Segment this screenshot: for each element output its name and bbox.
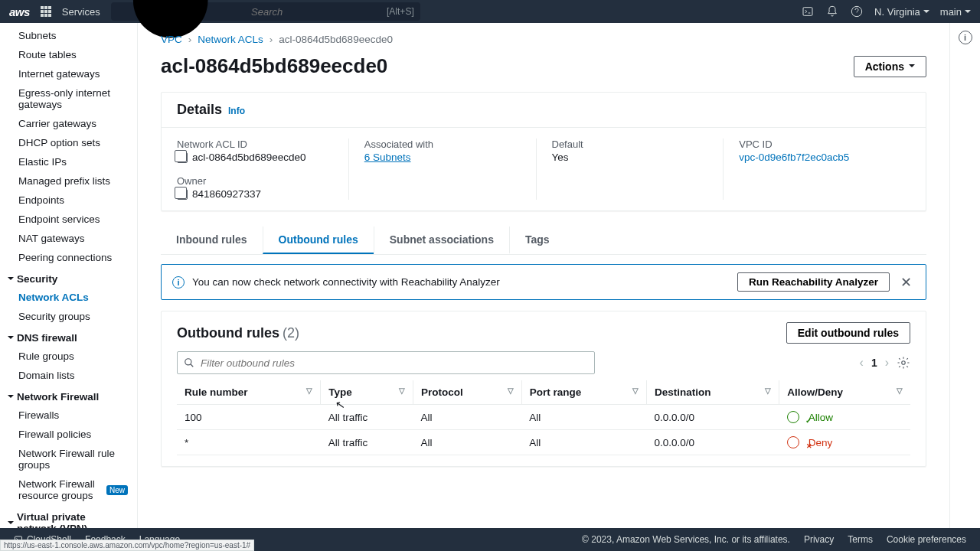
- sidebar-section-security[interactable]: Security: [0, 267, 137, 288]
- cloudshell-icon[interactable]: [801, 5, 815, 18]
- footer-cookie[interactable]: Cookie preferences: [887, 534, 966, 545]
- chevron-right-icon: ›: [270, 34, 273, 45]
- col-port-range[interactable]: Port range▽: [521, 380, 646, 405]
- tab-outbound[interactable]: Outbound rules: [263, 227, 374, 254]
- assoc-value[interactable]: 6 Subnets: [364, 152, 521, 163]
- sidebar-item-endpoints[interactable]: Endpoints: [0, 191, 137, 210]
- pagination: ‹ 1 ›: [860, 356, 910, 370]
- new-badge: New: [106, 485, 128, 495]
- sidebar-item-nat-gw[interactable]: NAT gateways: [0, 229, 137, 248]
- rules-count: (2): [283, 325, 299, 341]
- col-rule-number[interactable]: Rule number▽: [177, 380, 321, 405]
- owner-value: 841860927337: [192, 188, 261, 200]
- sidebar-item-security-groups[interactable]: Security groups: [0, 307, 137, 326]
- sidebar-item-netfw-rule-groups[interactable]: Network Firewall rule groups: [0, 444, 137, 474]
- sidebar-section-vpn[interactable]: Virtual private network (VPN): [0, 505, 137, 528]
- services-link[interactable]: Services: [62, 6, 100, 18]
- status-bar-url: https://us-east-1.console.aws.amazon.com…: [0, 540, 254, 551]
- tabs: Inbound rules Outbound rules Subnet asso…: [161, 227, 926, 255]
- search-input-wrap[interactable]: [Alt+S]: [111, 2, 420, 21]
- rules-table: Rule number▽ Type▽ Protocol▽ Port range▽…: [177, 380, 910, 455]
- assoc-label: Associated with: [364, 139, 521, 150]
- page-title: acl-0864d5bd689eecde0: [161, 54, 387, 78]
- notifications-icon[interactable]: [825, 5, 839, 18]
- footer-copyright: © 2023, Amazon Web Services, Inc. or its…: [582, 534, 790, 545]
- services-grid-icon[interactable]: [41, 6, 51, 17]
- info-panel-icon[interactable]: i: [959, 31, 972, 44]
- sidebar-item-prefix-lists[interactable]: Managed prefix lists: [0, 171, 137, 191]
- caret-down-icon: [8, 336, 14, 342]
- pager-prev-icon[interactable]: ‹: [860, 356, 864, 370]
- col-allow-deny[interactable]: Allow/Deny▽: [779, 380, 910, 405]
- footer-privacy[interactable]: Privacy: [804, 534, 834, 545]
- deny-badge: Deny: [787, 436, 903, 448]
- sidebar: Subnets Route tables Internet gateways E…: [0, 23, 138, 528]
- details-panel: Details Info Network ACL ID acl-0864d5bd…: [161, 92, 926, 211]
- run-reachability-button[interactable]: Run Reachability Analyzer: [737, 272, 890, 292]
- details-info-link[interactable]: Info: [228, 106, 245, 116]
- pager-page: 1: [871, 357, 877, 369]
- user-menu[interactable]: main: [940, 6, 971, 18]
- breadcrumb: VPC › Network ACLs › acl-0864d5bd689eecd…: [161, 34, 926, 45]
- col-destination[interactable]: Destination▽: [646, 380, 779, 405]
- nacl-id-value: acl-0864d5bd689eecde0: [192, 152, 306, 163]
- sidebar-item-dhcp[interactable]: DHCP option sets: [0, 133, 137, 152]
- col-type[interactable]: Type▽: [321, 380, 413, 405]
- sidebar-item-igw[interactable]: Internet gateways: [0, 64, 137, 83]
- filter-input[interactable]: [201, 357, 588, 369]
- right-rail: i: [949, 23, 980, 528]
- copy-icon[interactable]: [177, 152, 188, 163]
- copy-icon[interactable]: [177, 189, 188, 200]
- breadcrumb-current: acl-0864d5bd689eecde0: [279, 34, 393, 45]
- help-icon[interactable]: [850, 5, 864, 18]
- actions-button[interactable]: Actions: [854, 56, 926, 77]
- breadcrumb-vpc[interactable]: VPC: [161, 34, 182, 45]
- vpc-id-label: VPC ID: [739, 139, 895, 150]
- aws-logo[interactable]: aws: [9, 5, 30, 18]
- filter-input-wrap[interactable]: [177, 351, 595, 374]
- details-title: Details: [177, 102, 222, 118]
- caret-down-icon: [8, 277, 14, 283]
- sidebar-item-route-tables[interactable]: Route tables: [0, 45, 137, 64]
- sidebar-item-peering[interactable]: Peering connections: [0, 248, 137, 267]
- tab-subnet-assoc[interactable]: Subnet associations: [374, 227, 509, 254]
- sidebar-item-network-acls[interactable]: Network ACLs: [0, 288, 137, 307]
- col-protocol[interactable]: Protocol▽: [413, 380, 522, 405]
- sidebar-item-netfw-resource-groups[interactable]: Network Firewall resource groupsNew: [0, 474, 137, 505]
- sidebar-item-firewall-policies[interactable]: Firewall policies: [0, 425, 137, 444]
- region-selector[interactable]: N. Virginia: [874, 6, 929, 18]
- settings-gear-icon[interactable]: [897, 356, 910, 370]
- sidebar-item-eips[interactable]: Elastic IPs: [0, 152, 137, 171]
- sidebar-section-netfw[interactable]: Network Firewall: [0, 385, 137, 406]
- svg-point-6: [902, 361, 906, 365]
- sidebar-item-firewalls[interactable]: Firewalls: [0, 406, 137, 425]
- tab-inbound[interactable]: Inbound rules: [161, 227, 263, 254]
- table-row[interactable]: * All traffic All All 0.0.0.0/0 Deny: [177, 430, 910, 455]
- sidebar-item-endpoint-services[interactable]: Endpoint services: [0, 210, 137, 229]
- breadcrumb-nacls[interactable]: Network ACLs: [198, 34, 263, 45]
- svg-rect-2: [803, 8, 812, 16]
- allow-badge: Allow: [787, 411, 903, 423]
- edit-outbound-rules-button[interactable]: Edit outbound rules: [786, 322, 910, 344]
- sidebar-item-eigw[interactable]: Egress-only internet gateways: [0, 83, 137, 114]
- chevron-right-icon: ›: [188, 34, 192, 45]
- pager-next-icon[interactable]: ›: [885, 356, 889, 370]
- footer-terms[interactable]: Terms: [848, 534, 873, 545]
- sidebar-item-carrier-gw[interactable]: Carrier gateways: [0, 114, 137, 133]
- close-icon[interactable]: ✕: [897, 274, 915, 291]
- nacl-id-label: Network ACL ID: [177, 139, 333, 150]
- svg-point-4: [185, 359, 191, 365]
- sidebar-item-subnets[interactable]: Subnets: [0, 26, 137, 45]
- sidebar-section-dns[interactable]: DNS firewall: [0, 326, 137, 347]
- search-input[interactable]: [251, 6, 381, 18]
- outbound-rules-panel: Outbound rules (2) Edit outbound rules ‹…: [161, 311, 926, 467]
- caret-down-icon: [8, 521, 14, 527]
- vpc-id-value[interactable]: vpc-0d9e6fb7f2ec0acb5: [739, 152, 895, 163]
- table-row[interactable]: 100 All traffic All All 0.0.0.0/0 Allow: [177, 405, 910, 430]
- default-label: Default: [552, 139, 708, 150]
- sidebar-item-rule-groups[interactable]: Rule groups: [0, 347, 137, 366]
- sidebar-item-domain-lists[interactable]: Domain lists: [0, 366, 137, 385]
- banner-text: You can now check network connectivity w…: [192, 276, 730, 288]
- tab-tags[interactable]: Tags: [509, 227, 565, 254]
- search-shortcut: [Alt+S]: [387, 6, 414, 17]
